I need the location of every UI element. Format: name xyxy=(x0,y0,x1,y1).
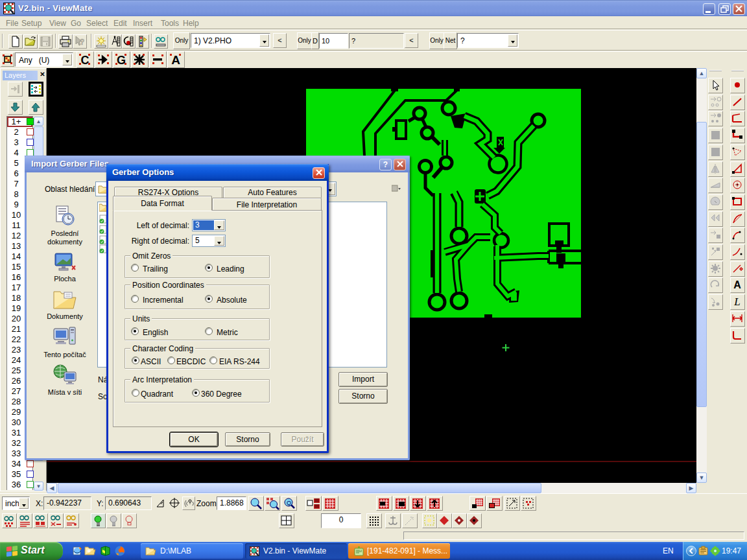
svg-text:?: ? xyxy=(80,38,84,47)
svg-text:G: G xyxy=(117,54,126,67)
svg-text:Q: Q xyxy=(287,500,291,506)
svg-text:L: L xyxy=(733,296,740,308)
svg-text:A: A xyxy=(733,279,741,290)
svg-text:C: C xyxy=(81,54,89,67)
svg-text:A: A xyxy=(171,53,180,67)
